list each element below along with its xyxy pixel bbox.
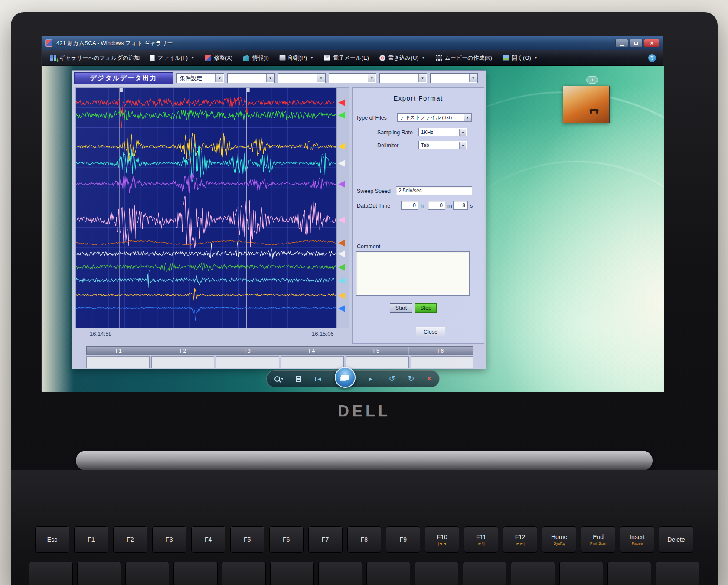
key-f8[interactable]: F8 [347,526,382,553]
key-f1[interactable]: F1 [74,526,108,553]
key-partial[interactable] [29,562,73,585]
toolbar-item[interactable]: ファイル(F)▼ [145,50,199,65]
trace-marker[interactable] [338,250,345,257]
empty-combo[interactable] [227,73,275,83]
rotate-right-button[interactable]: ↻ [408,374,415,384]
fkey-box[interactable] [346,356,409,368]
sweep-speed-value: 2.5div/sec [398,188,422,194]
fkey-box[interactable] [411,356,474,368]
toolbar-item[interactable]: ムービーの作成(K) [431,50,497,65]
stop-button[interactable]: Stop [415,303,437,313]
fkey-box[interactable] [216,356,279,368]
key-f7[interactable]: F7 [308,526,343,553]
condition-combo[interactable]: 条件設定 [176,73,224,83]
dataout-minutes-input[interactable]: 0 [428,201,445,210]
key-partial[interactable] [270,562,314,585]
fkey-label: F6 [409,347,473,355]
fkey-box[interactable] [151,356,215,368]
key-f6[interactable]: F6 [269,526,304,553]
trace-marker[interactable] [338,181,345,188]
delimiter-select[interactable]: Tab [418,141,467,150]
empty-combo[interactable] [430,73,478,83]
start-time: 16:14:58 [90,331,112,337]
key-f12[interactable]: F12►►| [503,526,537,553]
key-partial[interactable] [511,562,555,585]
dataout-hours-input[interactable]: 0 [401,201,418,210]
toolbar-item[interactable]: 開く(O)▼ [497,50,543,65]
sampling-rate-label: Sampling Rate [377,130,413,136]
type-of-files-select[interactable]: テキストファイル (.txt) [397,113,472,122]
trace-marker[interactable] [338,143,345,150]
key-partial[interactable] [173,562,217,585]
help-icon[interactable]: ? [648,54,656,62]
key-partial[interactable] [366,562,410,585]
key-partial[interactable] [656,562,699,585]
zoom-in-button[interactable]: + [586,76,598,84]
empty-combo[interactable] [329,73,376,83]
trace-marker[interactable] [338,217,345,224]
photo-thumbnail[interactable] [563,86,610,123]
sweep-speed-input[interactable]: 2.5div/sec [396,186,472,195]
toolbar-item[interactable]: 情報(I) [238,50,274,65]
key-f5[interactable]: F5 [230,526,264,553]
trace-marker[interactable] [338,240,345,247]
dataout-time-label: DataOut Time [357,203,390,209]
key-partial[interactable] [607,562,651,585]
close-export-button[interactable]: Close [416,327,445,337]
key-insert[interactable]: InsertPause [620,526,654,553]
empty-combo[interactable] [278,73,326,83]
trace-marker[interactable] [338,264,345,271]
rotate-left-button[interactable]: ↺ [388,374,395,384]
maximize-button[interactable] [630,39,643,47]
trace-marker[interactable] [338,160,345,167]
key-partial[interactable] [125,562,169,585]
trace-marker[interactable] [338,99,345,106]
trace-marker[interactable] [338,277,345,284]
combo-value: 条件設定 [180,75,202,82]
fkey-box[interactable] [86,356,150,368]
close-icon: × [650,40,653,46]
toolbar-item[interactable]: ギャラリーへのフォルダの追加 [45,50,145,65]
toolbar-item-label: ムービーの作成(K) [445,54,492,62]
slideshow-button[interactable] [335,367,356,388]
key-esc[interactable]: Esc [35,526,69,553]
close-button[interactable]: × [644,39,659,47]
toolbar-item[interactable]: 修整(X) [199,50,238,65]
comment-input[interactable] [356,251,470,296]
key-partial[interactable] [222,562,266,585]
key-partial[interactable] [77,562,121,585]
key-partial[interactable] [415,562,458,585]
trace-marker[interactable] [338,112,345,119]
trace-marker[interactable] [338,292,345,299]
delete-button[interactable]: × [427,374,431,383]
start-button[interactable]: Start [390,303,412,313]
fkey-box[interactable] [281,356,344,368]
key-home[interactable]: HomeSysRq [542,526,576,553]
zoom-button[interactable]: ▾ [274,376,284,382]
key-delete[interactable]: Delete [659,526,693,553]
fix-icon [205,55,211,61]
key-f9[interactable]: F9 [386,526,420,553]
key-partial[interactable] [318,562,362,585]
key-f2[interactable]: F2 [113,526,147,553]
key-f10[interactable]: F10|◄◄ [425,526,459,553]
key-f4[interactable]: F4 [191,526,225,553]
toolbar-item[interactable]: 印刷(P)▼ [274,50,319,65]
dataout-seconds-input[interactable]: 8 [453,201,468,210]
export-panel: Export Format Type of Files テキストファイル (.t… [352,87,484,344]
key-partial[interactable] [559,562,603,585]
minimize-button[interactable] [615,39,628,47]
actual-size-button[interactable] [296,376,301,382]
empty-combo[interactable] [379,73,427,83]
next-button[interactable]: ► [368,376,376,382]
key-f3[interactable]: F3 [152,526,186,553]
sampling-rate-select[interactable]: 1KHz [418,128,467,136]
previous-button[interactable]: ◄ [314,376,322,382]
trace-marker[interactable] [338,305,345,312]
key-f11[interactable]: F11►/|| [464,526,498,553]
key-partial[interactable] [463,562,506,585]
toolbar-item[interactable]: 書き込み(U)▼ [374,50,431,65]
key-end[interactable]: EndPrnt Scrn [581,526,615,553]
burn-icon [379,55,385,61]
toolbar-item[interactable]: 電子メール(E) [319,50,374,65]
